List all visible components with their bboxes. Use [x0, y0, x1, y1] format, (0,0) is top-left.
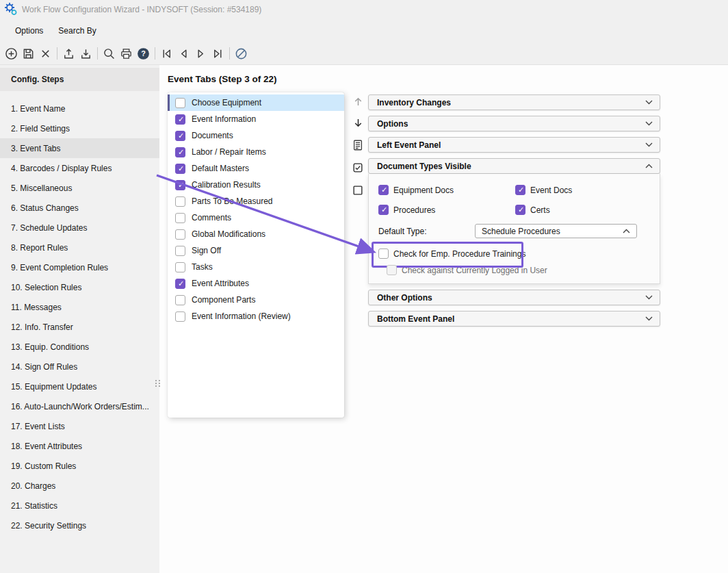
event-tab-row[interactable]: Parts To Be Measured	[168, 193, 344, 209]
event-tab-checkbox[interactable]	[175, 262, 185, 272]
event-tab-row[interactable]: Labor / Repair Items	[168, 144, 344, 160]
sidebar-step-item[interactable]: 3. Event Tabs	[0, 138, 159, 158]
document-type-option[interactable]: Procedures	[378, 205, 515, 215]
menu-search-by[interactable]: Search By	[57, 24, 97, 38]
check-all-icon[interactable]	[350, 160, 366, 176]
event-tab-checkbox[interactable]	[175, 196, 185, 207]
event-tab-row[interactable]: Sign Off	[168, 242, 344, 259]
sidebar-step-item[interactable]: 15. Equipment Updates	[0, 377, 159, 396]
event-tab-row[interactable]: Global Modifications	[168, 226, 344, 242]
previous-record-icon[interactable]	[175, 45, 192, 62]
event-tab-row[interactable]: Default Masters	[168, 160, 344, 177]
sidebar-step-item[interactable]: 19. Custom Rules	[0, 456, 159, 476]
menu-options[interactable]: Options	[14, 24, 44, 38]
event-tab-checkbox[interactable]	[175, 98, 185, 108]
document-type-option[interactable]: Event Docs	[515, 185, 650, 195]
section-header-left-event-panel[interactable]: Left Event Panel	[368, 137, 660, 153]
section-header-document-types-visible[interactable]: Document Types Visible	[368, 158, 660, 174]
event-tab-label: Documents	[192, 131, 233, 140]
event-tab-checkbox[interactable]	[175, 114, 185, 125]
section-bottom-event-panel: Bottom Event Panel	[368, 311, 660, 327]
event-tab-checkbox[interactable]	[175, 295, 185, 305]
document-type-checkbox[interactable]	[515, 185, 525, 195]
move-up-icon[interactable]	[350, 93, 366, 110]
document-type-checkbox[interactable]	[515, 205, 525, 215]
sidebar-step-item[interactable]: 7. Schedule Updates	[0, 218, 159, 238]
section-header-options[interactable]: Options	[368, 116, 660, 131]
sidebar-step-item[interactable]: 16. Auto-Launch/Work Orders/Estim...	[0, 396, 159, 416]
event-tab-row[interactable]: Event Information	[168, 111, 344, 127]
document-type-checkbox[interactable]	[378, 185, 389, 195]
sidebar-step-label: 1. Event Name	[11, 104, 65, 114]
sidebar-step-label: 9. Event Completion Rules	[11, 263, 108, 272]
document-type-option[interactable]: Equipment Docs	[378, 185, 515, 195]
first-record-icon[interactable]	[158, 45, 175, 62]
document-type-checkbox[interactable]	[378, 205, 389, 215]
save-icon[interactable]	[20, 45, 37, 62]
event-tab-row[interactable]: Tasks	[168, 259, 344, 275]
add-icon[interactable]	[3, 45, 20, 62]
chevron-down-icon	[645, 295, 653, 300]
event-tab-checkbox[interactable]	[175, 246, 185, 256]
sidebar-step-item[interactable]: 9. Event Completion Rules	[0, 257, 159, 277]
help-icon[interactable]: ?	[135, 45, 152, 62]
event-tab-row[interactable]: Comments	[168, 209, 344, 226]
sidebar-step-item[interactable]: 6. Status Changes	[0, 198, 159, 218]
export-icon[interactable]	[60, 45, 77, 62]
sidebar-step-item[interactable]: 13. Equip. Conditions	[0, 337, 159, 357]
delete-icon[interactable]	[37, 45, 54, 62]
sidebar-step-item[interactable]: 10. Selection Rules	[0, 277, 159, 297]
event-tab-checkbox[interactable]	[175, 180, 185, 190]
event-tab-row[interactable]: Event Information (Review)	[168, 308, 344, 324]
sidebar-step-item[interactable]: 11. Messages	[0, 297, 159, 317]
sidebar-step-item[interactable]: 5. Miscellaneous	[0, 178, 159, 198]
form-icon[interactable]	[350, 137, 366, 153]
event-tab-checkbox[interactable]	[175, 164, 185, 174]
event-tab-row[interactable]: Component Parts	[168, 292, 344, 308]
sidebar-step-item[interactable]: 14. Sign Off Rules	[0, 357, 159, 377]
event-tab-row[interactable]: Event Attributes	[168, 275, 344, 292]
move-down-icon[interactable]	[350, 114, 366, 131]
sidebar-step-item[interactable]: 12. Info. Transfer	[0, 317, 159, 337]
event-tab-checkbox[interactable]	[175, 279, 185, 289]
event-tab-row[interactable]: Calibration Results	[168, 177, 344, 193]
section-header-inventory-changes[interactable]: Inventory Changes	[368, 94, 660, 110]
logged-in-user-checkbox[interactable]	[387, 265, 397, 275]
uncheck-all-icon[interactable]	[350, 182, 366, 199]
event-tab-row[interactable]: Choose Equipment	[168, 94, 344, 111]
print-icon[interactable]	[118, 45, 135, 62]
sidebar-step-item[interactable]: 4. Barcodes / Display Rules	[0, 158, 159, 178]
event-tab-row[interactable]: Documents	[168, 127, 344, 144]
sidebar-header: Config. Steps	[0, 68, 159, 91]
section-header-other-options[interactable]: Other Options	[368, 290, 660, 305]
sidebar-step-label: 21. Statistics	[11, 501, 57, 511]
sidebar-step-item[interactable]: 2. Field Settings	[0, 118, 159, 138]
event-tab-checkbox[interactable]	[175, 229, 185, 240]
window-title: Work Flow Configuration Wizard - INDYSOF…	[22, 5, 261, 14]
document-type-option[interactable]: Certs	[515, 205, 650, 215]
sidebar-step-item[interactable]: 1. Event Name	[0, 99, 159, 118]
event-tab-checkbox[interactable]	[175, 131, 185, 141]
config-steps-sidebar: Config. Steps 1. Event Name 2. Field Set…	[0, 65, 159, 573]
event-tab-checkbox[interactable]	[175, 213, 185, 223]
next-record-icon[interactable]	[192, 45, 209, 62]
event-tab-checkbox[interactable]	[175, 311, 185, 322]
sidebar-step-label: 17. Event Lists	[11, 422, 65, 431]
emp-procedure-trainings-checkbox[interactable]	[378, 249, 389, 259]
event-tab-checkbox[interactable]	[175, 147, 185, 157]
last-record-icon[interactable]	[209, 45, 226, 62]
sidebar-step-item[interactable]: 17. Event Lists	[0, 416, 159, 436]
splitter-handle[interactable]	[155, 380, 161, 387]
default-type-select[interactable]: Schedule Procedures	[475, 224, 637, 238]
sidebar-step-item[interactable]: 18. Event Attributes	[0, 436, 159, 456]
sidebar-step-item[interactable]: 20. Charges	[0, 476, 159, 496]
sidebar-step-item[interactable]: 8. Report Rules	[0, 238, 159, 257]
sidebar-step-item[interactable]: 22. Security Settings	[0, 515, 159, 535]
sidebar-step-item[interactable]: 21. Statistics	[0, 496, 159, 515]
section-header-bottom-event-panel[interactable]: Bottom Event Panel	[368, 311, 660, 327]
cancel-icon[interactable]	[233, 45, 250, 62]
logged-in-user-option[interactable]: Check against Currently Logged in User	[387, 265, 650, 275]
import-icon[interactable]	[77, 45, 94, 62]
search-icon[interactable]	[101, 45, 118, 62]
emp-procedure-trainings-option[interactable]: Check for Emp. Procedure Trainings	[378, 249, 525, 259]
